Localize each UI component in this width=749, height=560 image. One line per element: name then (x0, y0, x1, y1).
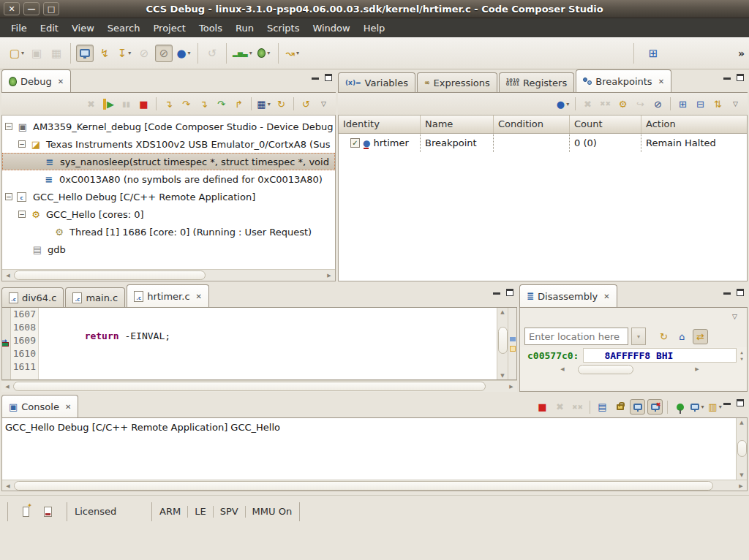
menu-project[interactable]: Project (146, 20, 192, 37)
column-identity[interactable]: Identity (339, 116, 421, 133)
console-horizontal-scrollbar[interactable]: ◀ ▶ (2, 480, 747, 491)
editor-code-area[interactable]: return -EINVAL; return hrtimer_nanosleep… (39, 308, 497, 379)
console-vertical-scrollbar[interactable]: ▲ ▼ (736, 418, 747, 480)
clear-console-button[interactable]: ▤ (595, 399, 610, 415)
window-close-button[interactable]: ✕ (4, 2, 20, 15)
instruction-stepping-button[interactable]: ▦▾ (256, 97, 271, 112)
scroll-left-arrow[interactable]: ◀ (3, 384, 12, 390)
tab-expressions[interactable]: ∞ Expressions (417, 72, 497, 92)
tree-item-thread[interactable]: ⚙ Thread [1] 1686 [core: 0] (Running : U… (2, 223, 335, 241)
tree-item-emulator[interactable]: − ◪ Texas Instruments XDS100v2 USB Emula… (2, 135, 335, 153)
tab-debug[interactable]: Debug ✕ (1, 69, 71, 92)
disconnect-button[interactable]: ⊘ (135, 45, 153, 62)
step-return-button[interactable]: ↱ (231, 97, 246, 112)
menu-search[interactable]: Search (101, 20, 147, 37)
menu-view[interactable]: View (65, 20, 101, 37)
connect-target-button[interactable] (76, 45, 94, 62)
close-tab-icon[interactable]: ✕ (658, 77, 664, 86)
menu-window[interactable]: Window (306, 20, 356, 37)
tree-item-launch[interactable]: − ▣ AM3359_Kernel_debug [Code Composer S… (2, 118, 335, 135)
disconnect-all-button[interactable]: ⊘ (155, 45, 173, 62)
collapse-expander[interactable]: − (18, 140, 26, 148)
overview-mark-occurrence[interactable] (510, 346, 516, 352)
close-tab-icon[interactable]: ✕ (603, 292, 609, 300)
maximize-view-button[interactable] (325, 74, 332, 81)
terminate-button[interactable]: ■ (136, 97, 151, 112)
menu-tools[interactable]: Tools (192, 20, 229, 37)
scroll-left-arrow[interactable]: ◀ (4, 483, 12, 489)
link-with-active-debug-button[interactable]: ⇄ (693, 329, 708, 344)
breakpoints-view-menu-button[interactable]: ▽ (728, 97, 743, 112)
disassembly-horizontal-scrollbar[interactable]: ◀ ▶ (557, 363, 703, 375)
open-console-button[interactable]: ▥▾ (707, 399, 723, 415)
scrollbar-thumb[interactable] (498, 327, 508, 355)
collapse-expander[interactable]: − (18, 211, 26, 218)
tree-item-process[interactable]: − ⚙ GCC_Hello [cores: 0] (2, 205, 335, 223)
restore-views-button[interactable]: ↺ (203, 45, 221, 62)
tab-registers[interactable]: 10100101 Registers (499, 72, 574, 92)
fast-view-icon[interactable] (23, 507, 29, 517)
editor-horizontal-scrollbar[interactable]: ◀ ▶ (1, 380, 517, 392)
menu-scripts[interactable]: Scripts (260, 20, 306, 37)
disassembly-view-menu-button[interactable]: ▽ (727, 309, 742, 325)
maximize-view-button[interactable] (737, 289, 744, 296)
scroll-up-arrow[interactable]: ▲ (737, 420, 746, 425)
close-tab-icon[interactable]: ✕ (65, 403, 71, 411)
flash-button[interactable]: ↯ (96, 45, 113, 62)
remove-all-breakpoints-button[interactable]: ✖✖ (598, 97, 613, 112)
goto-file-button[interactable]: ↪ (633, 97, 648, 112)
scroll-left-arrow[interactable]: ◀ (558, 366, 567, 372)
remove-all-terminated-button[interactable]: ✖ (83, 97, 99, 112)
scroll-down-arrow[interactable]: ▼ (737, 472, 746, 478)
column-condition[interactable]: Condition (494, 116, 570, 133)
scrollbar-thumb[interactable] (737, 440, 747, 457)
window-minimize-button[interactable]: — (23, 2, 39, 15)
code-editor[interactable]: 1607 1608 →1609 1610 1611 return -EINVAL… (1, 308, 517, 380)
minimize-view-button[interactable] (312, 76, 319, 80)
refresh-button[interactable]: ↺ (298, 97, 314, 112)
pin-console-button[interactable] (672, 399, 688, 415)
breakpoint-properties-button[interactable]: ⚙ (615, 97, 631, 112)
collapse-expander[interactable]: − (5, 193, 12, 200)
scrollbar-thumb[interactable] (578, 365, 633, 374)
breakpoint-row[interactable]: ✓ ● hrtimer Breakpoint 0 (0) Remain Halt… (339, 134, 747, 152)
column-action[interactable]: Action (641, 116, 747, 133)
editor-overview-ruler[interactable] (508, 308, 516, 379)
column-count[interactable]: Count (570, 116, 641, 133)
spinner-down-icon[interactable]: ▼ (740, 356, 743, 361)
scrollbar-thumb[interactable] (14, 270, 206, 280)
menu-edit[interactable]: Edit (34, 20, 65, 37)
debug-horizontal-scrollbar[interactable]: ◀ ▶ (2, 269, 335, 281)
maximize-view-button[interactable] (506, 289, 513, 296)
menu-run[interactable]: Run (229, 20, 260, 37)
open-perspective-button[interactable]: ⊞ (644, 45, 662, 62)
tree-item-gcc-launch[interactable]: − c GCC_Hello Debug [C/C++ Remote Applic… (2, 188, 335, 205)
scroll-right-arrow[interactable]: ▶ (737, 483, 745, 489)
skip-all-breakpoints-button[interactable]: ⊘ (650, 97, 666, 112)
scroll-right-arrow[interactable]: ▶ (325, 273, 334, 279)
step-into-button[interactable]: ↴ (161, 97, 176, 112)
assembly-step-over-button[interactable]: ↷ (214, 97, 229, 112)
tab-main[interactable]: .c main.c (65, 287, 125, 307)
scroll-lock-button[interactable] (612, 399, 628, 415)
remove-breakpoint-button[interactable]: ✖ (580, 97, 595, 112)
close-tab-icon[interactable]: ✕ (58, 77, 64, 86)
minimize-view-button[interactable] (723, 401, 731, 405)
menu-file[interactable]: File (4, 20, 34, 37)
close-tab-icon[interactable]: ✕ (196, 292, 202, 300)
minimize-view-button[interactable] (493, 291, 500, 295)
maximize-view-button[interactable] (737, 399, 744, 406)
tab-variables[interactable]: (x)= Variables (338, 72, 415, 92)
suspend-button[interactable]: ▮▮ (118, 97, 134, 112)
save-all-button[interactable]: ▦ (48, 45, 65, 62)
expand-all-button[interactable]: ⊞ (675, 97, 690, 112)
scroll-left-arrow[interactable]: ◀ (4, 273, 12, 279)
window-maximize-button[interactable]: □ (43, 2, 59, 15)
show-console-stdout-button[interactable] (630, 399, 645, 415)
scroll-down-arrow[interactable]: ▼ (498, 373, 507, 379)
collapse-all-button[interactable]: ⊟ (693, 97, 708, 112)
error-log-icon[interactable] (44, 507, 52, 517)
scroll-right-arrow[interactable]: ▶ (507, 384, 516, 390)
more-toolbar-items-button[interactable]: » (738, 48, 745, 59)
console-terminate-button[interactable]: ■ (535, 399, 550, 415)
